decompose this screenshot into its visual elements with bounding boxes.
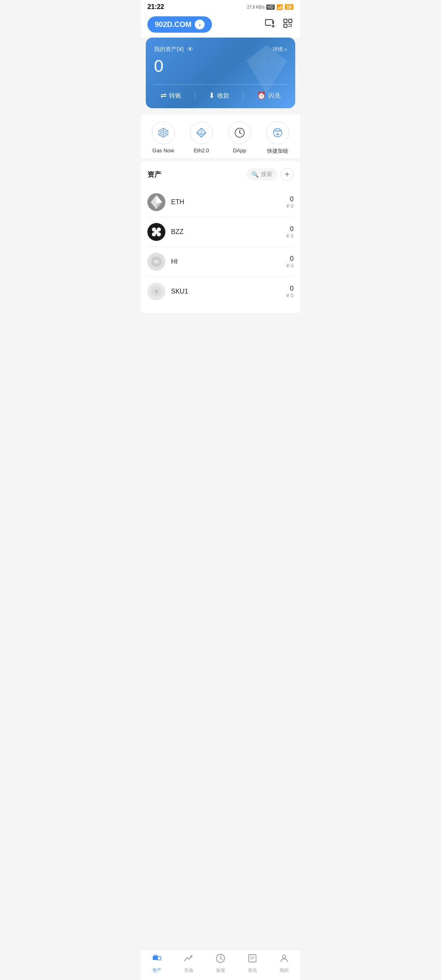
eth-amount: 0: [286, 196, 294, 203]
quick-item-dapp[interactable]: DApp: [228, 121, 251, 155]
quick-menu: Gas Now Eth2.0: [141, 115, 300, 158]
receive-button[interactable]: ⬇ 收款: [209, 91, 229, 100]
mine-nav-icon: [279, 953, 289, 966]
bzz-value: 0 ¥ 0: [286, 225, 294, 239]
app-header: 902D.COM ›: [141, 12, 300, 38]
gas-now-icon-circle: [152, 121, 175, 144]
discover-nav-label: 发现: [216, 967, 225, 973]
quick-item-eth2[interactable]: Eth2.0: [190, 121, 213, 155]
battery-indicator: 18: [285, 4, 294, 10]
header-actions: [264, 18, 294, 31]
svg-rect-4: [289, 19, 292, 22]
search-box[interactable]: 🔍 搜索: [247, 168, 277, 180]
hi-name: HI: [171, 258, 286, 265]
market-nav-label: 市场: [184, 967, 193, 973]
assets-nav-label: 资产: [152, 967, 161, 973]
status-time: 21:22: [147, 3, 164, 11]
nav-item-market[interactable]: 市场: [176, 953, 201, 973]
logo-arrow-icon: ›: [195, 20, 205, 29]
receive-icon: ⬇: [209, 91, 215, 100]
svg-text:EVM: EVM: [275, 129, 281, 132]
dapp-icon-circle: [228, 121, 251, 144]
gas-now-label: Gas Now: [152, 147, 174, 154]
assets-nav-icon: [152, 953, 162, 966]
svg-rect-45: [154, 955, 158, 956]
signal-icon: 📶: [276, 4, 283, 10]
news-nav-label: 资讯: [248, 967, 257, 973]
market-nav-icon: [184, 953, 194, 966]
search-add-container: 🔍 搜索 +: [247, 168, 294, 181]
bzz-cny: ¥ 0: [286, 233, 294, 239]
quick-item-quick-chain[interactable]: EVM 快捷加链: [266, 121, 289, 155]
add-wallet-icon[interactable]: [264, 18, 276, 31]
asset-card: 我的资产(¥) 👁 详情 > 0 ⇌ 转账 ⬇ 收款 ⏰ 闪兑: [146, 38, 295, 108]
nav-item-news[interactable]: 资讯: [240, 953, 265, 973]
svg-line-24: [240, 133, 242, 134]
bottom-nav: 资产 市场 发现: [141, 950, 300, 980]
action-divider-1: [195, 91, 195, 100]
quick-item-gas-now[interactable]: Gas Now: [152, 121, 175, 155]
svg-rect-46: [158, 957, 161, 960]
hi-value: 0 ¥ 0: [286, 255, 294, 269]
svg-rect-0: [265, 20, 273, 25]
assets-header: 资产 🔍 搜索 +: [147, 168, 294, 181]
news-nav-icon: [247, 953, 257, 966]
discover-nav-icon: [216, 953, 225, 966]
asset-list-item-hi[interactable]: hi HI 0 ¥ 0: [147, 247, 294, 277]
scan-icon[interactable]: [282, 18, 294, 31]
nav-item-discover[interactable]: 发现: [208, 953, 233, 973]
svg-point-55: [283, 955, 286, 958]
eth2-label: Eth2.0: [194, 147, 209, 154]
asset-list-item-bzz[interactable]: BZZ 0 ¥ 0: [147, 217, 294, 247]
sku1-amount: 0: [286, 285, 294, 292]
svg-text:S: S: [155, 290, 158, 294]
sku1-value: 0 ¥ 0: [286, 285, 294, 298]
logo-text: 902D.COM: [155, 20, 192, 29]
status-icons: 27.8 KB/s HD 📶 18: [247, 4, 294, 10]
asset-list-item-eth[interactable]: ETH 0 ¥ 0: [147, 187, 294, 217]
detail-link[interactable]: 详情 >: [272, 46, 287, 53]
eth-name: ETH: [171, 198, 286, 206]
eye-icon[interactable]: 👁: [187, 46, 194, 53]
bzz-amount: 0: [286, 225, 294, 233]
search-icon: 🔍: [252, 171, 258, 178]
svg-line-51: [220, 958, 223, 960]
sku1-coin-icon: S: [147, 283, 165, 301]
hd-badge: HD: [266, 4, 274, 10]
mine-nav-label: 我的: [280, 967, 289, 973]
assets-section: 资产 🔍 搜索 + ETH: [141, 161, 300, 313]
hi-amount: 0: [286, 255, 294, 263]
hi-coin-icon: hi: [147, 253, 165, 271]
eth-coin-icon: [147, 193, 165, 211]
svg-point-39: [154, 230, 158, 234]
eth-value: 0 ¥ 0: [286, 196, 294, 209]
eth-cny: ¥ 0: [286, 203, 294, 209]
asset-list-item-sku1[interactable]: S SKU1 0 ¥ 0: [147, 277, 294, 306]
hi-cny: ¥ 0: [286, 263, 294, 269]
nav-item-assets[interactable]: 资产: [145, 953, 169, 973]
svg-rect-3: [284, 19, 287, 22]
assets-title: 资产: [147, 170, 161, 179]
logo-button[interactable]: 902D.COM ›: [147, 16, 212, 33]
status-bar: 21:22 27.8 KB/s HD 📶 18: [141, 0, 300, 12]
svg-text:hi: hi: [154, 259, 159, 265]
add-asset-button[interactable]: +: [281, 168, 294, 181]
transfer-button[interactable]: ⇌ 转账: [160, 91, 181, 100]
quick-chain-icon-circle: EVM: [266, 121, 289, 144]
dapp-label: DApp: [233, 147, 246, 154]
bzz-coin-icon: [147, 223, 165, 241]
bzz-name: BZZ: [171, 228, 286, 236]
quick-chain-label: 快捷加链: [267, 147, 288, 155]
svg-marker-27: [276, 133, 279, 135]
transfer-icon: ⇌: [160, 91, 167, 100]
search-placeholder: 搜索: [261, 171, 272, 178]
svg-rect-5: [284, 24, 287, 27]
speed-indicator: 27.8 KB/s: [247, 5, 265, 9]
sku1-cny: ¥ 0: [286, 292, 294, 298]
action-divider-2: [243, 91, 243, 100]
sku1-name: SKU1: [171, 288, 286, 295]
asset-label: 我的资产(¥) 👁: [154, 46, 194, 53]
nav-item-mine[interactable]: 我的: [272, 953, 296, 973]
svg-rect-52: [249, 955, 256, 962]
eth2-icon-circle: [190, 121, 213, 144]
